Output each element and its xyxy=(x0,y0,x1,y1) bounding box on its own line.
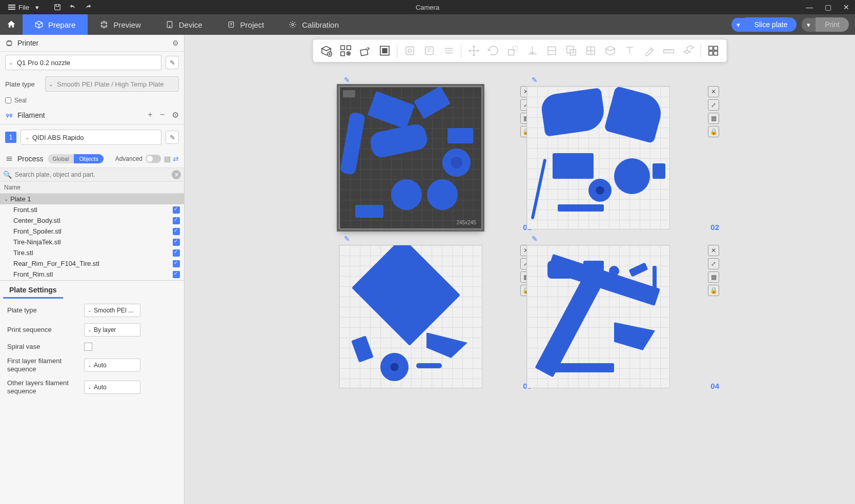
home-button[interactable] xyxy=(0,14,23,35)
plate-lock-icon[interactable]: 🔒 xyxy=(708,126,719,137)
plate-close-icon[interactable]: ✕ xyxy=(708,86,719,97)
color-paint-icon[interactable] xyxy=(640,41,659,60)
filament-settings-icon[interactable]: ⚙ xyxy=(172,110,179,120)
tree-object-row[interactable]: Center_Body.stl xyxy=(0,215,184,226)
lay-flat-icon[interactable] xyxy=(440,41,458,60)
redo-icon[interactable] xyxy=(84,3,92,11)
tree-plate-row[interactable]: ⌄ Plate 1 xyxy=(0,194,184,204)
process-scope-toggle[interactable]: Global Objects xyxy=(48,154,104,163)
support-paint-icon[interactable] xyxy=(582,41,600,60)
tab-device[interactable]: Device xyxy=(153,14,215,35)
tab-calibration[interactable]: Calibration xyxy=(276,14,351,35)
print-dropdown[interactable]: ▾ xyxy=(802,18,816,32)
setting-plate-type-select[interactable]: ⌄Smooth PEI ... xyxy=(84,304,140,317)
plate-cell-02[interactable]: ✎ ✕ ⤢ ▦ 🔒 02 xyxy=(526,86,701,229)
svg-point-2 xyxy=(169,26,170,27)
tree-object-row[interactable]: Tire.stl xyxy=(0,247,184,258)
canvas-viewport[interactable]: ✎ 245x245 ✕ xyxy=(185,35,855,504)
filament-add-button[interactable]: + xyxy=(148,110,152,120)
tab-project[interactable]: Project xyxy=(215,14,277,35)
plate-arrange-icon[interactable]: ⤢ xyxy=(708,99,719,111)
plate-cell-03[interactable]: ✎ ✕ ⤢ ▦ 🔒 03 xyxy=(339,245,513,388)
setting-first-layer-select[interactable]: ⌄Auto xyxy=(84,359,140,372)
assembly-view-icon[interactable] xyxy=(704,41,723,60)
rotate-icon[interactable] xyxy=(484,41,503,60)
measure-icon[interactable] xyxy=(660,41,678,60)
cut-icon[interactable] xyxy=(543,41,561,60)
slice-button-group: ▾ Slice plate xyxy=(731,17,797,32)
orient-icon[interactable] xyxy=(376,41,394,60)
printer-settings-icon[interactable]: ⚙ xyxy=(172,39,179,47)
seam-paint-icon[interactable] xyxy=(601,41,620,60)
plate-type-select[interactable]: ⌄ Smooth PEI Plate / High Temp Plate xyxy=(45,76,179,92)
plate-settings-icon[interactable]: ▦ xyxy=(708,271,719,283)
close-button[interactable]: ✕ xyxy=(842,3,851,11)
object-visible-checkbox[interactable] xyxy=(173,260,180,267)
print-button[interactable]: Print xyxy=(816,17,849,32)
plate-arrange-icon[interactable]: ⤢ xyxy=(708,258,719,269)
toggle-global[interactable]: Global xyxy=(48,154,74,163)
filament-select[interactable]: ⌄ QIDI ABS Rapido xyxy=(21,130,161,145)
file-menu[interactable]: File ▾ xyxy=(4,3,43,12)
setting-other-layers-select[interactable]: ⌄Auto xyxy=(84,381,140,394)
plate-edit-icon[interactable]: ✎ xyxy=(344,76,350,84)
mesh-boolean-icon[interactable] xyxy=(562,41,581,60)
printer-edit-button[interactable]: ✎ xyxy=(166,56,179,69)
toggle-objects[interactable]: Objects xyxy=(74,154,103,163)
plate-cell-01[interactable]: ✎ 245x245 ✕ xyxy=(339,86,513,229)
filament-remove-button[interactable]: − xyxy=(160,110,165,120)
save-icon[interactable] xyxy=(53,3,62,11)
maximize-button[interactable]: ▢ xyxy=(823,3,832,11)
setting-spiral-vase-checkbox[interactable] xyxy=(84,343,92,351)
plate-settings-icon[interactable]: ▦ xyxy=(708,113,719,124)
text-icon[interactable] xyxy=(621,41,639,60)
tree-object-row[interactable]: Rear_Rim_For_F104_Tire.stl xyxy=(0,258,184,269)
filament-edit-button[interactable]: ✎ xyxy=(166,131,179,144)
list-view-icon[interactable]: ▤ xyxy=(164,155,171,163)
object-visible-checkbox[interactable] xyxy=(173,228,180,235)
setting-print-sequence-select[interactable]: ⌄By layer xyxy=(84,323,140,337)
slice-dropdown[interactable]: ▾ xyxy=(731,18,745,32)
minimize-button[interactable]: — xyxy=(805,3,814,11)
tree-object-row[interactable]: Front_Rim.stl xyxy=(0,269,184,280)
add-plate-icon[interactable] xyxy=(317,41,336,60)
object-tree[interactable]: ⌄ Plate 1 Front.stl Center_Body.stl Fron… xyxy=(0,194,184,281)
plate-lock-icon[interactable]: 🔒 xyxy=(708,285,719,296)
plate-surface[interactable]: 245x245 xyxy=(339,86,482,229)
tab-preview[interactable]: Preview xyxy=(88,14,153,35)
tab-prepare[interactable]: Prepare xyxy=(23,14,88,35)
object-visible-checkbox[interactable] xyxy=(173,271,180,278)
plate-surface[interactable] xyxy=(526,245,670,388)
plate-close-icon[interactable]: ✕ xyxy=(708,245,719,256)
object-visible-checkbox[interactable] xyxy=(173,206,180,214)
split-icon[interactable] xyxy=(401,41,419,60)
scale-icon[interactable] xyxy=(504,41,522,60)
plate-edit-icon[interactable]: ✎ xyxy=(344,235,350,243)
add-part-icon[interactable] xyxy=(337,41,355,60)
search-clear-button[interactable]: ✕ xyxy=(172,170,181,179)
compare-icon[interactable]: ⇄ xyxy=(173,155,179,163)
undo-icon[interactable] xyxy=(69,3,77,11)
seal-checkbox[interactable] xyxy=(5,97,11,103)
filament-swatch-1[interactable]: 1 xyxy=(5,132,16,143)
move-icon[interactable] xyxy=(465,41,483,60)
slice-button[interactable]: Slice plate xyxy=(745,17,797,32)
object-visible-checkbox[interactable] xyxy=(173,239,180,246)
plate-edit-icon[interactable]: ✎ xyxy=(532,235,538,243)
flatten-icon[interactable] xyxy=(523,41,542,60)
arrange-icon[interactable] xyxy=(356,41,375,60)
variable-height-icon[interactable] xyxy=(420,41,439,60)
assembly-icon[interactable] xyxy=(679,41,698,60)
plate-cell-04[interactable]: ✎ ✕ ⤢ ▦ 🔒 xyxy=(526,245,701,388)
object-visible-checkbox[interactable] xyxy=(173,249,180,257)
object-search-input[interactable] xyxy=(15,171,172,178)
tree-object-row[interactable]: Front_Spoiler.stl xyxy=(0,226,184,237)
plate-surface[interactable] xyxy=(339,245,482,388)
plate-edit-icon[interactable]: ✎ xyxy=(532,76,538,84)
plate-surface[interactable] xyxy=(526,86,670,229)
printer-select[interactable]: ⌄ Q1 Pro 0.2 nozzle xyxy=(5,55,161,70)
tree-object-row[interactable]: Front.stl xyxy=(0,204,184,215)
advanced-toggle[interactable] xyxy=(146,155,161,163)
object-visible-checkbox[interactable] xyxy=(173,217,180,224)
tree-object-row[interactable]: Tire-NinjaTek.stl xyxy=(0,237,184,247)
